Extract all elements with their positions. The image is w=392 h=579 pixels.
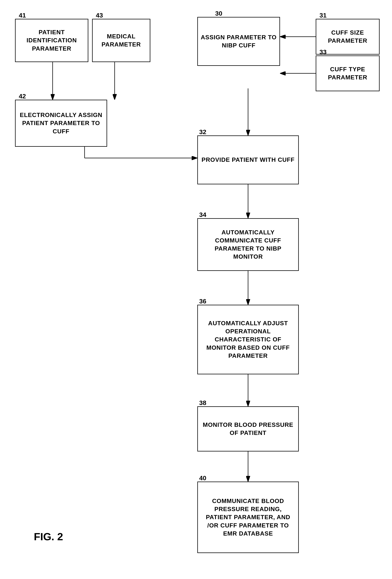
ref-31: 31 (320, 12, 327, 19)
patient-id-box: PATIENT IDENTIFICATION PARAMETER (15, 19, 88, 62)
assign-nibp-cuff-box: ASSIGN PARAMETER TO NIBP CUFF (197, 17, 280, 66)
ref-34: 34 (199, 211, 206, 218)
cuff-type-parameter-box: CUFF TYPE PARAMETER (316, 56, 380, 91)
ref-38: 38 (199, 399, 206, 407)
assign-nibp-label: ASSIGN PARAMETER TO NIBP CUFF (201, 33, 277, 50)
electronically-label: ELECTRONICALLY ASSIGN PATIENT PARAMETER … (18, 111, 104, 136)
ref-41: 41 (19, 12, 26, 19)
patient-id-label: PATIENT IDENTIFICATION PARAMETER (18, 28, 85, 53)
ref-36: 36 (199, 297, 206, 305)
ref-33: 33 (320, 48, 327, 56)
auto-adjust-label: AUTOMATICALLY ADJUST OPERATIONAL CHARACT… (201, 319, 295, 360)
ref-30: 30 (215, 10, 222, 17)
ref-32: 32 (199, 128, 206, 136)
medical-label: MEDICAL PARAMETER (96, 32, 147, 49)
cuff-size-label: CUFF SIZE PARAMETER (319, 29, 376, 45)
electronically-assign-box: ELECTRONICALLY ASSIGN PATIENT PARAMETER … (15, 100, 107, 147)
ref-40: 40 (199, 474, 206, 482)
medical-parameter-box: MEDICAL PARAMETER (92, 19, 150, 62)
monitor-bp-label: MONITOR BLOOD PRESSURE OF PATIENT (201, 421, 295, 437)
communicate-bp-box: COMMUNICATE BLOOD PRESSURE READING, PATI… (197, 482, 299, 553)
cuff-type-label: CUFF TYPE PARAMETER (319, 65, 376, 81)
communicate-bp-label: COMMUNICATE BLOOD PRESSURE READING, PATI… (201, 497, 295, 538)
monitor-bp-box: MONITOR BLOOD PRESSURE OF PATIENT (197, 406, 299, 451)
auto-communicate-label: AUTOMATICALLY COMMUNICATE CUFF PARAMETER… (201, 228, 295, 261)
figure-label: FIG. 2 (34, 530, 63, 543)
auto-adjust-box: AUTOMATICALLY ADJUST OPERATIONAL CHARACT… (197, 305, 299, 374)
diagram: CUFF SIZE PARAMETER 31 CUFF TYPE PARAMET… (0, 0, 392, 579)
provide-patient-label: PROVIDE PATIENT WITH CUFF (202, 156, 295, 164)
ref-43: 43 (96, 12, 103, 19)
ref-42: 42 (19, 92, 26, 100)
provide-patient-box: PROVIDE PATIENT WITH CUFF (197, 136, 299, 184)
auto-communicate-box: AUTOMATICALLY COMMUNICATE CUFF PARAMETER… (197, 218, 299, 271)
